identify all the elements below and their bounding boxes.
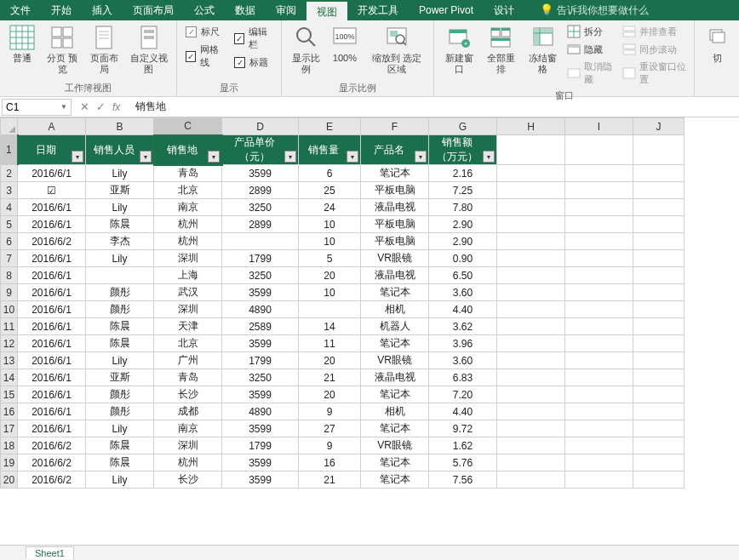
header-cell[interactable]: 产品名▾	[361, 135, 429, 165]
cancel-formula-button[interactable]: ✕	[80, 100, 89, 113]
cell[interactable]: 10	[299, 284, 361, 301]
cell[interactable]	[633, 471, 685, 489]
cell[interactable]: 颜彤	[86, 301, 154, 318]
cell[interactable]: 2016/6/2	[18, 233, 86, 250]
cell[interactable]: Lily	[86, 420, 154, 437]
cell[interactable]	[565, 454, 633, 471]
cell[interactable]: 3599	[222, 471, 299, 489]
cell[interactable]: 陈晨	[86, 318, 154, 335]
cell[interactable]	[633, 182, 685, 199]
cell[interactable]	[565, 216, 633, 233]
cell[interactable]	[633, 284, 685, 301]
cell[interactable]	[565, 437, 633, 454]
row-header[interactable]: 14	[1, 369, 18, 386]
cell[interactable]	[497, 471, 565, 489]
hide-button[interactable]: 隐藏	[565, 42, 617, 57]
cell[interactable]	[565, 369, 633, 386]
custom-view-button[interactable]: 自定义视图	[126, 22, 171, 77]
split-button[interactable]: 拆分	[565, 24, 617, 39]
cell[interactable]: ☑	[18, 182, 86, 199]
cell[interactable]: 深圳	[154, 250, 222, 267]
cell[interactable]: 3599	[222, 335, 299, 352]
ribbon-tab-8[interactable]: 开发工具	[347, 0, 409, 20]
row-header[interactable]: 10	[1, 301, 18, 318]
filter-dropdown-icon[interactable]: ▾	[208, 151, 220, 163]
cell[interactable]: Lily	[86, 250, 154, 267]
cell[interactable]: 6.83	[429, 369, 497, 386]
headings-checkbox[interactable]: ✓标题	[234, 56, 272, 69]
cell[interactable]	[565, 386, 633, 403]
cell[interactable]: 4890	[222, 403, 299, 420]
cell[interactable]: 深圳	[154, 437, 222, 454]
cell[interactable]: 笔记本	[361, 284, 429, 301]
cell[interactable]: 南京	[154, 199, 222, 216]
cell[interactable]	[497, 454, 565, 471]
row-header[interactable]: 5	[1, 216, 18, 233]
ribbon-tab-2[interactable]: 插入	[82, 0, 123, 20]
column-header[interactable]: F	[361, 118, 429, 135]
cell[interactable]: 7.25	[429, 182, 497, 199]
cell[interactable]: 11	[299, 335, 361, 352]
cell[interactable]: 2016/6/1	[18, 267, 86, 284]
row-header[interactable]: 4	[1, 199, 18, 216]
ribbon-tab-6[interactable]: 审阅	[266, 0, 306, 20]
cell[interactable]: 2589	[222, 318, 299, 335]
cell[interactable]: 亚斯	[86, 182, 154, 199]
cell[interactable]: 液晶电视	[361, 199, 429, 216]
row-header[interactable]: 12	[1, 335, 18, 352]
cell[interactable]: 2016/6/2	[18, 454, 86, 471]
cell[interactable]	[565, 199, 633, 216]
cell[interactable]: 相机	[361, 301, 429, 318]
cell[interactable]	[633, 352, 685, 369]
cell[interactable]	[565, 335, 633, 352]
cell[interactable]: 南京	[154, 420, 222, 437]
cell[interactable]: 亚斯	[86, 369, 154, 386]
column-header[interactable]: H	[497, 118, 565, 135]
cell[interactable]	[222, 233, 299, 250]
arrange-all-button[interactable]: 全部重排	[482, 22, 520, 77]
cell[interactable]: 陈晨	[86, 335, 154, 352]
cell[interactable]: 3250	[222, 267, 299, 284]
cell[interactable]	[565, 301, 633, 318]
cell[interactable]: 2016/6/1	[18, 318, 86, 335]
cell[interactable]: 平板电脑	[361, 216, 429, 233]
cell[interactable]: 10	[299, 216, 361, 233]
cell[interactable]: 2016/6/1	[18, 352, 86, 369]
cell[interactable]: 2016/6/2	[18, 437, 86, 454]
cell[interactable]: 平板电脑	[361, 233, 429, 250]
cell[interactable]: 10	[299, 233, 361, 250]
cell[interactable]: 6.50	[429, 267, 497, 284]
cell[interactable]: 2016/6/2	[18, 471, 86, 489]
header-cell[interactable]	[497, 135, 565, 165]
cell[interactable]: 上海	[154, 267, 222, 284]
ribbon-tab-3[interactable]: 页面布局	[123, 0, 184, 20]
cell[interactable]	[497, 386, 565, 403]
cell[interactable]: 机器人	[361, 318, 429, 335]
cell[interactable]: 3599	[222, 454, 299, 471]
cell[interactable]	[497, 216, 565, 233]
cell[interactable]: 0.90	[429, 250, 497, 267]
cell[interactable]: VR眼镜	[361, 250, 429, 267]
header-cell[interactable]	[633, 135, 685, 165]
cell[interactable]: 北京	[154, 182, 222, 199]
select-all-corner[interactable]	[1, 118, 18, 135]
cell[interactable]: 6	[299, 165, 361, 182]
cell[interactable]: 20	[299, 352, 361, 369]
cell[interactable]: 杭州	[154, 233, 222, 250]
filter-dropdown-icon[interactable]: ▾	[415, 151, 427, 163]
cell[interactable]: 青岛	[154, 369, 222, 386]
ribbon-tab-0[interactable]: 文件	[0, 0, 41, 20]
cell[interactable]	[633, 454, 685, 471]
chevron-down-icon[interactable]: ▼	[60, 103, 67, 111]
cell[interactable]: 2016/6/1	[18, 420, 86, 437]
cell[interactable]	[565, 403, 633, 420]
cell[interactable]: 3250	[222, 199, 299, 216]
cell[interactable]	[497, 284, 565, 301]
cell[interactable]: 颜彤	[86, 403, 154, 420]
cell[interactable]: 3599	[222, 420, 299, 437]
ribbon-tab-7[interactable]: 视图	[306, 0, 347, 20]
cell[interactable]: 21	[299, 369, 361, 386]
cell[interactable]	[633, 301, 685, 318]
cell[interactable]: 笔记本	[361, 420, 429, 437]
cell[interactable]: 2.16	[429, 165, 497, 182]
